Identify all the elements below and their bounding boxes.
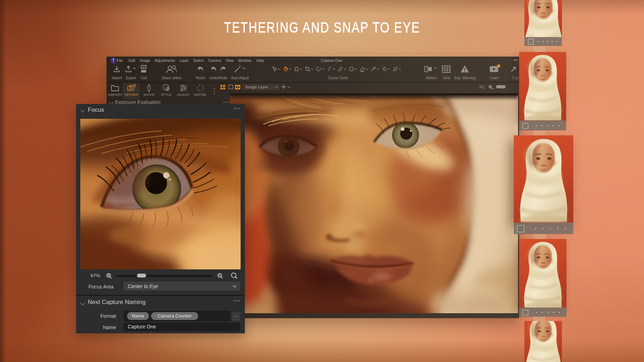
svg-text:1: 1 xyxy=(113,59,115,63)
